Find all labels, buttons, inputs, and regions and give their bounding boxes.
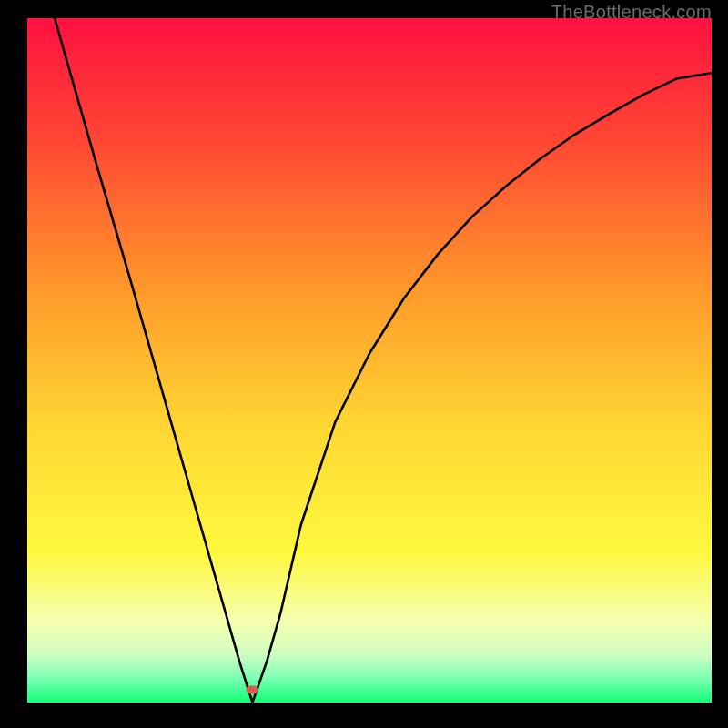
optimum-marker (247, 686, 258, 694)
svg-rect-0 (27, 18, 712, 703)
background-gradient (27, 18, 712, 703)
plot-area (27, 18, 712, 703)
